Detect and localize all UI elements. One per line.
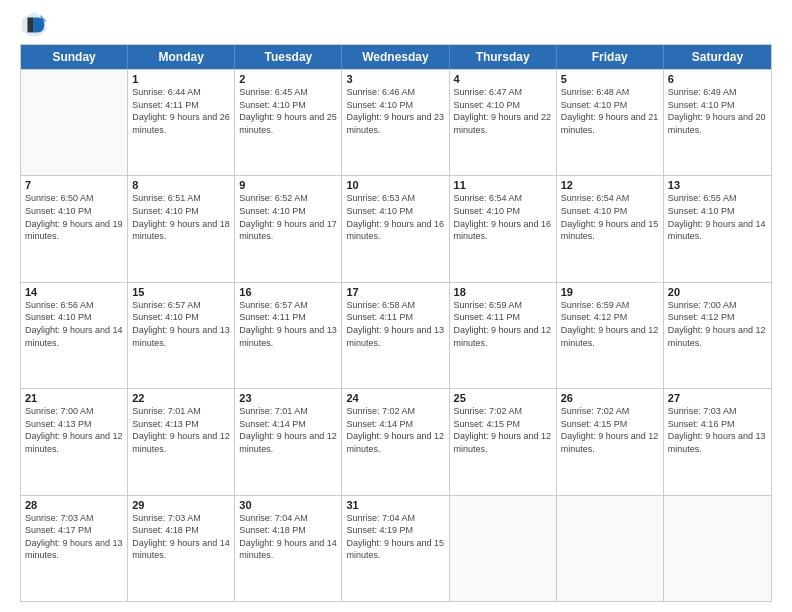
- day-number: 14: [25, 286, 123, 298]
- day-info: Sunrise: 6:45 AMSunset: 4:10 PMDaylight:…: [239, 86, 337, 136]
- day-cell-30: 30Sunrise: 7:04 AMSunset: 4:18 PMDayligh…: [235, 496, 342, 601]
- day-info: Sunrise: 6:46 AMSunset: 4:10 PMDaylight:…: [346, 86, 444, 136]
- day-number: 2: [239, 73, 337, 85]
- day-number: 23: [239, 392, 337, 404]
- day-info: Sunrise: 6:54 AMSunset: 4:10 PMDaylight:…: [454, 192, 552, 242]
- day-info: Sunrise: 7:04 AMSunset: 4:18 PMDaylight:…: [239, 512, 337, 562]
- day-header-friday: Friday: [557, 45, 664, 69]
- day-info: Sunrise: 6:48 AMSunset: 4:10 PMDaylight:…: [561, 86, 659, 136]
- day-cell-3: 3Sunrise: 6:46 AMSunset: 4:10 PMDaylight…: [342, 70, 449, 175]
- day-header-tuesday: Tuesday: [235, 45, 342, 69]
- calendar: SundayMondayTuesdayWednesdayThursdayFrid…: [20, 44, 772, 602]
- day-info: Sunrise: 7:01 AMSunset: 4:13 PMDaylight:…: [132, 405, 230, 455]
- day-number: 4: [454, 73, 552, 85]
- day-info: Sunrise: 7:03 AMSunset: 4:17 PMDaylight:…: [25, 512, 123, 562]
- day-cell-15: 15Sunrise: 6:57 AMSunset: 4:10 PMDayligh…: [128, 283, 235, 388]
- day-cell-21: 21Sunrise: 7:00 AMSunset: 4:13 PMDayligh…: [21, 389, 128, 494]
- day-info: Sunrise: 7:02 AMSunset: 4:14 PMDaylight:…: [346, 405, 444, 455]
- day-cell-5: 5Sunrise: 6:48 AMSunset: 4:10 PMDaylight…: [557, 70, 664, 175]
- day-number: 10: [346, 179, 444, 191]
- day-number: 26: [561, 392, 659, 404]
- day-cell-22: 22Sunrise: 7:01 AMSunset: 4:13 PMDayligh…: [128, 389, 235, 494]
- day-cell-10: 10Sunrise: 6:53 AMSunset: 4:10 PMDayligh…: [342, 176, 449, 281]
- day-number: 18: [454, 286, 552, 298]
- day-cell-17: 17Sunrise: 6:58 AMSunset: 4:11 PMDayligh…: [342, 283, 449, 388]
- day-cell-24: 24Sunrise: 7:02 AMSunset: 4:14 PMDayligh…: [342, 389, 449, 494]
- day-number: 28: [25, 499, 123, 511]
- day-info: Sunrise: 7:02 AMSunset: 4:15 PMDaylight:…: [454, 405, 552, 455]
- day-cell-1: 1Sunrise: 6:44 AMSunset: 4:11 PMDaylight…: [128, 70, 235, 175]
- day-number: 15: [132, 286, 230, 298]
- day-info: Sunrise: 6:44 AMSunset: 4:11 PMDaylight:…: [132, 86, 230, 136]
- day-number: 17: [346, 286, 444, 298]
- header: [20, 10, 772, 38]
- day-header-monday: Monday: [128, 45, 235, 69]
- day-number: 1: [132, 73, 230, 85]
- day-number: 8: [132, 179, 230, 191]
- empty-cell: [664, 496, 771, 601]
- day-info: Sunrise: 6:51 AMSunset: 4:10 PMDaylight:…: [132, 192, 230, 242]
- empty-cell: [450, 496, 557, 601]
- calendar-week-2: 7Sunrise: 6:50 AMSunset: 4:10 PMDaylight…: [21, 175, 771, 281]
- day-number: 24: [346, 392, 444, 404]
- day-info: Sunrise: 6:57 AMSunset: 4:10 PMDaylight:…: [132, 299, 230, 349]
- day-info: Sunrise: 6:47 AMSunset: 4:10 PMDaylight:…: [454, 86, 552, 136]
- day-cell-27: 27Sunrise: 7:03 AMSunset: 4:16 PMDayligh…: [664, 389, 771, 494]
- day-info: Sunrise: 6:53 AMSunset: 4:10 PMDaylight:…: [346, 192, 444, 242]
- day-number: 16: [239, 286, 337, 298]
- day-info: Sunrise: 6:49 AMSunset: 4:10 PMDaylight:…: [668, 86, 767, 136]
- day-cell-29: 29Sunrise: 7:03 AMSunset: 4:18 PMDayligh…: [128, 496, 235, 601]
- day-header-sunday: Sunday: [21, 45, 128, 69]
- day-info: Sunrise: 6:54 AMSunset: 4:10 PMDaylight:…: [561, 192, 659, 242]
- day-cell-16: 16Sunrise: 6:57 AMSunset: 4:11 PMDayligh…: [235, 283, 342, 388]
- calendar-week-1: 1Sunrise: 6:44 AMSunset: 4:11 PMDaylight…: [21, 69, 771, 175]
- calendar-week-5: 28Sunrise: 7:03 AMSunset: 4:17 PMDayligh…: [21, 495, 771, 601]
- page: SundayMondayTuesdayWednesdayThursdayFrid…: [0, 0, 792, 612]
- day-cell-23: 23Sunrise: 7:01 AMSunset: 4:14 PMDayligh…: [235, 389, 342, 494]
- empty-cell: [557, 496, 664, 601]
- day-number: 25: [454, 392, 552, 404]
- day-cell-14: 14Sunrise: 6:56 AMSunset: 4:10 PMDayligh…: [21, 283, 128, 388]
- day-info: Sunrise: 6:52 AMSunset: 4:10 PMDaylight:…: [239, 192, 337, 242]
- day-info: Sunrise: 7:01 AMSunset: 4:14 PMDaylight:…: [239, 405, 337, 455]
- day-number: 9: [239, 179, 337, 191]
- day-info: Sunrise: 7:02 AMSunset: 4:15 PMDaylight:…: [561, 405, 659, 455]
- day-cell-2: 2Sunrise: 6:45 AMSunset: 4:10 PMDaylight…: [235, 70, 342, 175]
- day-number: 29: [132, 499, 230, 511]
- day-number: 31: [346, 499, 444, 511]
- day-header-saturday: Saturday: [664, 45, 771, 69]
- day-number: 21: [25, 392, 123, 404]
- day-cell-28: 28Sunrise: 7:03 AMSunset: 4:17 PMDayligh…: [21, 496, 128, 601]
- day-number: 5: [561, 73, 659, 85]
- day-header-thursday: Thursday: [450, 45, 557, 69]
- day-number: 11: [454, 179, 552, 191]
- day-cell-13: 13Sunrise: 6:55 AMSunset: 4:10 PMDayligh…: [664, 176, 771, 281]
- day-cell-26: 26Sunrise: 7:02 AMSunset: 4:15 PMDayligh…: [557, 389, 664, 494]
- day-number: 12: [561, 179, 659, 191]
- day-info: Sunrise: 6:56 AMSunset: 4:10 PMDaylight:…: [25, 299, 123, 349]
- day-info: Sunrise: 6:57 AMSunset: 4:11 PMDaylight:…: [239, 299, 337, 349]
- day-cell-12: 12Sunrise: 6:54 AMSunset: 4:10 PMDayligh…: [557, 176, 664, 281]
- day-number: 20: [668, 286, 767, 298]
- day-number: 27: [668, 392, 767, 404]
- day-number: 13: [668, 179, 767, 191]
- day-info: Sunrise: 6:59 AMSunset: 4:11 PMDaylight:…: [454, 299, 552, 349]
- day-info: Sunrise: 6:59 AMSunset: 4:12 PMDaylight:…: [561, 299, 659, 349]
- calendar-week-3: 14Sunrise: 6:56 AMSunset: 4:10 PMDayligh…: [21, 282, 771, 388]
- empty-cell: [21, 70, 128, 175]
- day-cell-25: 25Sunrise: 7:02 AMSunset: 4:15 PMDayligh…: [450, 389, 557, 494]
- calendar-body: 1Sunrise: 6:44 AMSunset: 4:11 PMDaylight…: [21, 69, 771, 601]
- day-cell-9: 9Sunrise: 6:52 AMSunset: 4:10 PMDaylight…: [235, 176, 342, 281]
- day-info: Sunrise: 6:50 AMSunset: 4:10 PMDaylight:…: [25, 192, 123, 242]
- day-info: Sunrise: 6:58 AMSunset: 4:11 PMDaylight:…: [346, 299, 444, 349]
- day-number: 6: [668, 73, 767, 85]
- day-cell-4: 4Sunrise: 6:47 AMSunset: 4:10 PMDaylight…: [450, 70, 557, 175]
- day-info: Sunrise: 7:04 AMSunset: 4:19 PMDaylight:…: [346, 512, 444, 562]
- logo-icon: [20, 10, 48, 38]
- day-cell-11: 11Sunrise: 6:54 AMSunset: 4:10 PMDayligh…: [450, 176, 557, 281]
- calendar-week-4: 21Sunrise: 7:00 AMSunset: 4:13 PMDayligh…: [21, 388, 771, 494]
- day-cell-20: 20Sunrise: 7:00 AMSunset: 4:12 PMDayligh…: [664, 283, 771, 388]
- logo: [20, 10, 52, 38]
- day-cell-8: 8Sunrise: 6:51 AMSunset: 4:10 PMDaylight…: [128, 176, 235, 281]
- day-info: Sunrise: 7:00 AMSunset: 4:13 PMDaylight:…: [25, 405, 123, 455]
